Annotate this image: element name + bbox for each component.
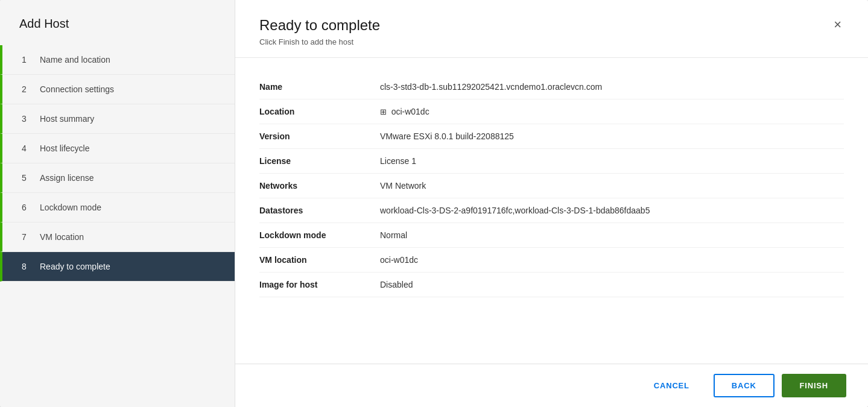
row-value: Disabled — [380, 273, 844, 297]
row-label: Lockdown mode — [259, 223, 380, 248]
finish-button[interactable]: FINISH — [782, 374, 846, 397]
sidebar-item-assign-license[interactable]: 5 Assign license — [0, 163, 235, 193]
step-number: 4 — [22, 144, 34, 153]
step-number: 8 — [22, 262, 34, 271]
row-label: Name — [259, 75, 380, 99]
step-label: Host lifecycle — [40, 144, 89, 153]
step-number: 7 — [22, 232, 34, 242]
sidebar-item-vm-location[interactable]: 7 VM location — [0, 222, 235, 252]
main-panel: Ready to complete Click Finish to add th… — [235, 0, 868, 407]
row-label: Image for host — [259, 273, 380, 297]
row-value: cls-3-std3-db-1.sub11292025421.vcndemo1.… — [380, 75, 844, 99]
table-row: Lockdown modeNormal — [259, 223, 844, 248]
close-button[interactable]: × — [831, 18, 844, 31]
step-label: Lockdown mode — [40, 203, 101, 212]
datacenter-icon: ⊞ — [380, 107, 389, 116]
page-title: Ready to complete — [259, 17, 380, 34]
row-value: VM Network — [380, 174, 844, 198]
sidebar-item-lockdown-mode[interactable]: 6 Lockdown mode — [0, 193, 235, 222]
table-row: LicenseLicense 1 — [259, 149, 844, 174]
cancel-button[interactable]: CANCEL — [637, 375, 706, 396]
row-value: License 1 — [380, 149, 844, 174]
row-label: Datastores — [259, 198, 380, 223]
row-value: ⊞ oci-w01dc — [380, 99, 844, 124]
step-label: Ready to complete — [40, 262, 110, 271]
table-row: Image for hostDisabled — [259, 273, 844, 297]
step-label: Host summary — [40, 114, 94, 124]
step-number: 3 — [22, 114, 34, 124]
main-header: Ready to complete Click Finish to add th… — [235, 0, 868, 58]
sidebar-item-host-summary[interactable]: 3 Host summary — [0, 104, 235, 134]
table-row: NetworksVM Network — [259, 174, 844, 198]
step-number: 6 — [22, 203, 34, 212]
sidebar-item-name-and-location[interactable]: 1 Name and location — [0, 45, 235, 75]
step-label: Connection settings — [40, 84, 114, 94]
table-row: VersionVMware ESXi 8.0.1 build-22088125 — [259, 124, 844, 149]
row-value: workload-Cls-3-DS-2-a9f0191716fc,workloa… — [380, 198, 844, 223]
table-row: VM locationoci-w01dc — [259, 248, 844, 273]
step-label: Assign license — [40, 173, 94, 183]
sidebar-item-host-lifecycle[interactable]: 4 Host lifecycle — [0, 134, 235, 163]
table-row: Datastoresworkload-Cls-3-DS-2-a9f0191716… — [259, 198, 844, 223]
row-label: Location — [259, 99, 380, 124]
sidebar-item-connection-settings[interactable]: 2 Connection settings — [0, 75, 235, 104]
table-row: Location⊞ oci-w01dc — [259, 99, 844, 124]
row-label: Version — [259, 124, 380, 149]
row-label: Networks — [259, 174, 380, 198]
dialog-title: Add Host — [0, 0, 235, 45]
table-row: Namecls-3-std3-db-1.sub11292025421.vcnde… — [259, 75, 844, 99]
sidebar-item-ready-to-complete[interactable]: 8 Ready to complete — [0, 252, 235, 282]
row-label: License — [259, 149, 380, 174]
row-label: VM location — [259, 248, 380, 273]
step-number: 2 — [22, 84, 34, 94]
step-label: Name and location — [40, 55, 110, 65]
footer: CANCEL BACK FINISH — [235, 364, 868, 407]
row-value: oci-w01dc — [380, 248, 844, 273]
sidebar: Add Host 1 Name and location 2 Connectio… — [0, 0, 235, 407]
content-area: Namecls-3-std3-db-1.sub11292025421.vcnde… — [235, 58, 868, 364]
row-value: VMware ESXi 8.0.1 build-22088125 — [380, 124, 844, 149]
back-button[interactable]: BACK — [714, 374, 775, 397]
step-number: 1 — [22, 55, 34, 65]
summary-table: Namecls-3-std3-db-1.sub11292025421.vcnde… — [259, 75, 844, 297]
row-value: Normal — [380, 223, 844, 248]
add-host-dialog: Add Host 1 Name and location 2 Connectio… — [0, 0, 868, 407]
page-subtitle: Click Finish to add the host — [259, 37, 380, 46]
step-number: 5 — [22, 173, 34, 183]
step-label: VM location — [40, 232, 84, 242]
